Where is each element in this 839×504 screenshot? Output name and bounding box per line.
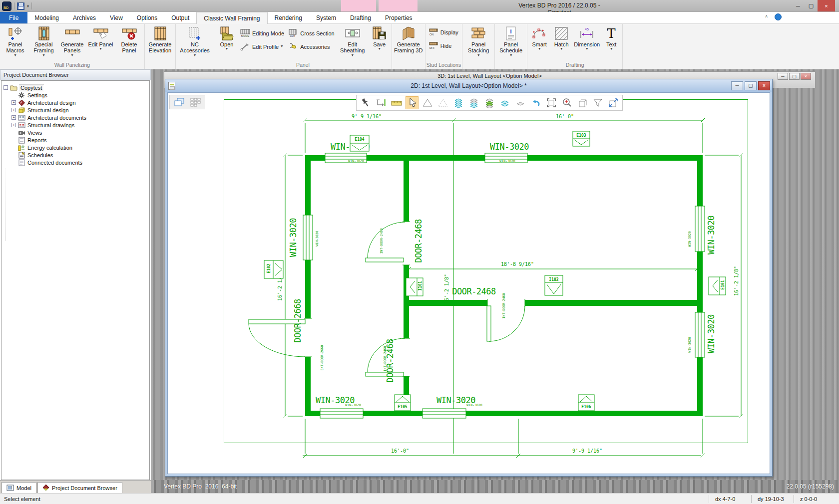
collapse-ribbon-icon[interactable]: ˄: [765, 14, 768, 19]
cross-section-button[interactable]: CUT Cross Section: [288, 29, 334, 37]
tab-drafting[interactable]: Drafting: [343, 12, 378, 23]
display-button[interactable]: ON Display: [428, 28, 458, 36]
panel-schedule-button[interactable]: i Panel Schedule▾: [496, 24, 526, 57]
ribbon-tab-row: File Modeling Archives View Options Outp…: [0, 12, 839, 24]
tree-item-architectural-documents[interactable]: + Architectural documents: [1, 114, 149, 121]
polygon-dashed-tool-button[interactable]: [437, 97, 449, 109]
zoom-window-button[interactable]: [545, 97, 557, 109]
polygon-tool-button[interactable]: [421, 97, 433, 109]
tree-item-structural-drawings[interactable]: + Structural drawings: [1, 121, 149, 129]
door-label: DOOR-2468: [414, 219, 423, 263]
panel-stacking-button[interactable]: Panel Stacking▾: [463, 24, 493, 57]
window-3d-close-button[interactable]: ×: [801, 73, 811, 80]
drawing-toolbar: [356, 95, 623, 111]
layer-single-button[interactable]: [514, 97, 526, 109]
reference-tags[interactable]: E104 E103 I102 E105 E106 E102 I101 E101: [264, 131, 726, 411]
pin-toolbar-button[interactable]: [360, 97, 372, 109]
element-labels[interactable]: WIN-3020 WIN-3020 WIN-3020 WIN-3020 WIN-…: [288, 142, 716, 407]
dropdown-arrow-icon: ▾: [42, 54, 44, 57]
tree-item-settings[interactable]: Settings: [1, 91, 149, 99]
tile-windows-button[interactable]: [189, 96, 202, 108]
cascade-windows-button[interactable]: [173, 96, 186, 108]
editing-mode-button[interactable]: MODE Editing Mode: [240, 29, 284, 37]
tree-item-architectural-design[interactable]: + Architectural design: [1, 99, 149, 106]
layers-all-button[interactable]: [452, 97, 464, 109]
minimize-button[interactable]: ─: [792, 0, 805, 11]
tab-file[interactable]: File: [0, 12, 27, 23]
svg-text:E101: E101: [721, 280, 725, 289]
expand-icon[interactable]: +: [11, 108, 16, 112]
tab-options[interactable]: Options: [130, 12, 164, 23]
tree-item-views[interactable]: Views: [1, 129, 149, 136]
export-view-button[interactable]: [607, 97, 619, 109]
close-button[interactable]: ×: [818, 0, 835, 11]
save-icon[interactable]: [17, 2, 24, 10]
open-button[interactable]: Open▾: [215, 24, 238, 51]
accessories-button[interactable]: Accessories: [288, 42, 334, 51]
view-3d-button[interactable]: [576, 97, 588, 109]
window-3d-maximize-button[interactable]: ▢: [789, 73, 800, 80]
tree-item-copytest[interactable]: - Copytest: [1, 84, 149, 91]
app-logo-icon[interactable]: BD: [2, 1, 11, 11]
expand-icon[interactable]: +: [11, 100, 16, 105]
drawing-client-area[interactable]: 9'-9 1/16" 16'-0" 16'-0" 9'-9 1/16" 16'-…: [167, 92, 770, 474]
collapse-icon[interactable]: -: [3, 85, 8, 90]
drawing-canvas[interactable]: 9'-9 1/16" 16'-0" 16'-0" 9'-9 1/16" 16'-…: [168, 93, 770, 474]
edit-profile-button[interactable]: Edit Profile▾: [240, 42, 284, 51]
filter-button[interactable]: [592, 97, 604, 109]
tab-model[interactable]: Model: [1, 482, 36, 493]
generate-framing-3d-button[interactable]: Generate Framing 3D: [393, 24, 424, 54]
generate-panels-button[interactable]: Generate Panels▾: [58, 24, 86, 57]
tree-item-schedules[interactable]: Schedules: [1, 151, 149, 159]
edit-sheathing-button[interactable]: Edit Sheathing▾: [337, 24, 369, 57]
text-button[interactable]: T Text▾: [601, 24, 621, 51]
window-2d-maximize-button[interactable]: ▢: [745, 81, 757, 90]
dropdown-arrow-icon: ▾: [538, 47, 540, 50]
select-tool-button[interactable]: [406, 97, 418, 109]
tab-project-document-browser[interactable]: Project Document Browser: [37, 482, 122, 493]
tab-modeling[interactable]: Modeling: [27, 12, 66, 23]
generate-elevation-button[interactable]: Generate Elevation: [146, 24, 174, 54]
layers-mixed-button[interactable]: [468, 97, 480, 109]
save-button[interactable]: Save▾: [369, 24, 391, 51]
tab-archives[interactable]: Archives: [66, 12, 103, 23]
tab-properties[interactable]: Properties: [378, 12, 420, 23]
expand-icon[interactable]: +: [11, 115, 16, 120]
tab-rendering[interactable]: Rendering: [268, 12, 309, 23]
window-2d[interactable]: 2D: 1st Level, Wall Layout<Option Model>…: [165, 79, 773, 477]
hatch-button[interactable]: Hatch▾: [550, 24, 572, 51]
offset-tool-button[interactable]: [375, 97, 387, 109]
layers-two-button[interactable]: [499, 97, 511, 109]
undo-button[interactable]: [530, 97, 542, 109]
tree-item-reports[interactable]: Reports: [1, 136, 149, 144]
tab-system[interactable]: System: [309, 12, 343, 23]
layers-active-button[interactable]: [483, 97, 495, 109]
smart-button[interactable]: Smart▾: [528, 24, 550, 51]
window-3d-minimize-button[interactable]: ─: [778, 73, 788, 80]
nc-accessories-button[interactable]: NC Accessories▾: [177, 24, 213, 57]
zoom-in-button[interactable]: [561, 97, 573, 109]
edit-panel-icon: [93, 26, 109, 41]
walls[interactable]: [305, 155, 703, 416]
hide-button[interactable]: OFF Hide: [428, 41, 458, 50]
dimension-button[interactable]: 45 Dimension▾: [572, 24, 601, 51]
window-2d-minimize-button[interactable]: ─: [731, 81, 743, 90]
tab-classic-wall-framing[interactable]: Classic Wall Framing: [196, 12, 267, 24]
special-framing-button[interactable]: Special Framing▾: [29, 24, 58, 57]
expand-icon[interactable]: +: [11, 123, 16, 127]
edit-panel-button[interactable]: Edit Panel▾: [86, 24, 115, 51]
tab-view[interactable]: View: [103, 12, 130, 23]
maximize-button[interactable]: ▢: [805, 0, 818, 11]
window-symbols[interactable]: [303, 153, 705, 418]
delete-panel-button[interactable]: Delete Panel: [115, 24, 143, 54]
tree-item-connected-documents[interactable]: Connected documents: [1, 159, 149, 166]
tree-item-structural-design[interactable]: + Structural design: [1, 106, 149, 114]
tree-item-energy-calculation[interactable]: Energy calculation: [1, 144, 149, 151]
panel-macros-button[interactable]: Panel Macros▾: [1, 24, 29, 57]
window-2d-close-button[interactable]: ×: [758, 81, 770, 90]
measure-tool-button[interactable]: [391, 97, 403, 109]
quick-access-dropdown-icon[interactable]: ▾: [27, 4, 29, 8]
tab-output[interactable]: Output: [164, 12, 196, 23]
help-icon[interactable]: [775, 13, 782, 20]
window-2d-title-bar[interactable]: 2D: 1st Level, Wall Layout<Option Model>…: [165, 79, 772, 92]
